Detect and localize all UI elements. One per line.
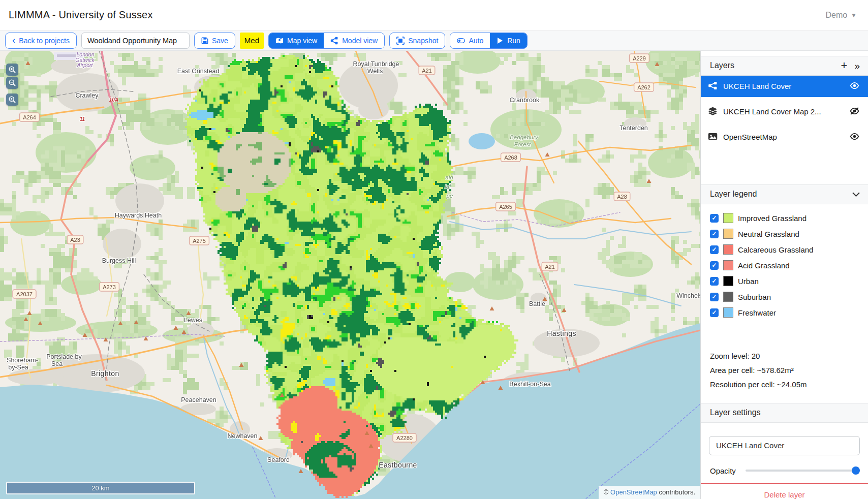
legend-checkbox[interactable]: ✓ bbox=[710, 245, 719, 254]
snapshot-icon bbox=[396, 37, 405, 45]
back-to-projects-button[interactable]: ‹ Back to projects bbox=[5, 33, 77, 49]
view-toggle-group: Map view Model view bbox=[268, 33, 385, 49]
zoom-location-icon bbox=[8, 96, 16, 104]
opacity-label: Opacity bbox=[710, 466, 746, 475]
attribution-copyright: © bbox=[604, 488, 609, 496]
visibility-toggle[interactable] bbox=[849, 81, 860, 91]
legend-item: ✓ Acid Grassland bbox=[701, 258, 868, 273]
project-name-input[interactable] bbox=[81, 33, 190, 49]
legend-checkbox[interactable]: ✓ bbox=[710, 308, 719, 317]
layer-settings-header: Layer settings bbox=[701, 403, 868, 423]
legend-label: Neutral Grassland bbox=[738, 230, 799, 238]
layers-panel-title: Layers bbox=[710, 61, 734, 70]
legend-color-swatch bbox=[723, 307, 733, 318]
user-menu[interactable]: Demo ▼ bbox=[825, 11, 857, 20]
image-icon bbox=[707, 132, 718, 141]
legend-color-swatch bbox=[723, 213, 733, 223]
legend-label: Suburban bbox=[738, 293, 771, 301]
legend-item: ✓ Urban bbox=[701, 273, 868, 289]
run-button[interactable]: Run bbox=[490, 33, 527, 48]
chevron-left-icon: ‹ bbox=[12, 35, 15, 45]
opacity-slider-thumb[interactable] bbox=[852, 466, 860, 475]
legend-title: Layer legend bbox=[710, 190, 757, 199]
legend-header: Layer legend bbox=[701, 184, 868, 204]
page-title: LIMMMA - University of Sussex bbox=[9, 9, 153, 21]
auto-toggle-icon bbox=[457, 37, 465, 45]
opacity-slider-track bbox=[746, 470, 860, 472]
map-view-icon bbox=[275, 37, 284, 45]
tab-model-view[interactable]: Model view bbox=[324, 33, 384, 48]
layers-sidebar: Layers + » UKCEH Land Cover UKCEH Land C… bbox=[700, 51, 868, 499]
eye-off-icon bbox=[849, 107, 860, 115]
layer-row-2[interactable]: OpenStreetMap bbox=[701, 127, 868, 148]
layer-stats: Zoom level: 20Area per cell: ~578.62m²Re… bbox=[701, 349, 868, 392]
visibility-toggle[interactable] bbox=[849, 107, 860, 117]
run-icon bbox=[497, 37, 504, 44]
model-view-label: Model view bbox=[342, 37, 378, 45]
layer-settings-title: Layer settings bbox=[710, 408, 761, 417]
run-label: Run bbox=[507, 37, 520, 45]
auto-run-group: Auto Run bbox=[450, 33, 528, 49]
map-canvas[interactable] bbox=[0, 51, 700, 499]
collapse-panel-button[interactable]: » bbox=[854, 61, 860, 71]
visibility-toggle[interactable] bbox=[849, 132, 860, 142]
layer-row-1[interactable]: UKCEH Land Cover Map 2... bbox=[701, 101, 868, 122]
scale-label: 20 km bbox=[91, 484, 109, 492]
auto-label: Auto bbox=[469, 37, 483, 45]
legend-label: Improved Grassland bbox=[738, 214, 807, 223]
legend-color-swatch bbox=[723, 292, 733, 302]
legend-list: ✓ Improved Grassland ✓ Neutral Grassland… bbox=[701, 210, 868, 321]
opacity-row: Opacity bbox=[710, 466, 860, 475]
stat-line: Area per cell: ~578.62m² bbox=[710, 363, 859, 378]
chevron-down-icon bbox=[852, 192, 860, 197]
chevron-down-icon: ▼ bbox=[851, 12, 857, 19]
tab-map-view[interactable]: Map view bbox=[269, 33, 324, 48]
back-to-projects-label: Back to projects bbox=[19, 37, 70, 45]
zoom-out-icon bbox=[8, 79, 16, 87]
legend-item: ✓ Suburban bbox=[701, 289, 868, 305]
map-viewport[interactable]: East GrinsteadCrawleyRoyal TunbridgeWell… bbox=[0, 51, 700, 499]
med-badge: Med bbox=[240, 33, 264, 49]
legend-label: Calcareous Grassland bbox=[738, 245, 813, 254]
delete-layer-button[interactable]: Delete layer bbox=[701, 490, 868, 499]
legend-item: ✓ Calcareous Grassland bbox=[701, 242, 868, 258]
save-button[interactable]: Save bbox=[194, 33, 235, 49]
toolbar: ‹ Back to projects Save Med Map view Mod… bbox=[0, 30, 868, 51]
map-view-label: Map view bbox=[287, 37, 317, 45]
layer-name-input[interactable] bbox=[709, 436, 860, 455]
zoom-to-location-button[interactable] bbox=[6, 93, 18, 106]
add-layer-button[interactable]: + bbox=[841, 60, 848, 71]
zoom-out-button[interactable] bbox=[6, 77, 18, 89]
attribution-suffix: contributors. bbox=[657, 488, 695, 496]
zoom-in-button[interactable] bbox=[6, 64, 18, 76]
legend-checkbox[interactable]: ✓ bbox=[710, 214, 719, 223]
openstreetmap-link[interactable]: OpenStreetMap bbox=[610, 488, 657, 496]
snapshot-button[interactable]: Snapshot bbox=[389, 33, 445, 49]
danger-divider bbox=[701, 483, 868, 484]
legend-color-swatch bbox=[723, 244, 733, 255]
user-menu-label: Demo bbox=[825, 11, 847, 20]
layers-icon bbox=[707, 107, 718, 115]
map-attribution: © OpenStreetMap contributors. bbox=[599, 486, 700, 499]
legend-checkbox[interactable]: ✓ bbox=[710, 261, 719, 270]
legend-color-swatch bbox=[723, 260, 733, 270]
layer-list: UKCEH Land Cover UKCEH Land Cover Map 2.… bbox=[701, 76, 868, 152]
stat-line: Zoom level: 20 bbox=[710, 349, 859, 363]
eye-icon bbox=[849, 81, 860, 90]
eye-icon bbox=[849, 132, 860, 141]
layer-row-0[interactable]: UKCEH Land Cover bbox=[701, 76, 868, 97]
legend-checkbox[interactable]: ✓ bbox=[710, 293, 719, 301]
legend-item: ✓ Neutral Grassland bbox=[701, 226, 868, 242]
app-header: LIMMMA - University of Sussex Demo ▼ bbox=[0, 0, 868, 30]
save-icon bbox=[201, 37, 208, 44]
model-view-icon bbox=[330, 37, 338, 45]
legend-item: ✓ Freshwater bbox=[701, 305, 868, 321]
auto-toggle-button[interactable]: Auto bbox=[450, 33, 490, 48]
legend-collapse-button[interactable] bbox=[852, 192, 860, 197]
legend-label: Acid Grassland bbox=[738, 261, 790, 270]
legend-checkbox[interactable]: ✓ bbox=[710, 230, 719, 238]
legend-item: ✓ Improved Grassland bbox=[701, 210, 868, 226]
legend-checkbox[interactable]: ✓ bbox=[710, 277, 719, 286]
opacity-slider[interactable] bbox=[746, 466, 860, 475]
save-label: Save bbox=[212, 37, 228, 45]
